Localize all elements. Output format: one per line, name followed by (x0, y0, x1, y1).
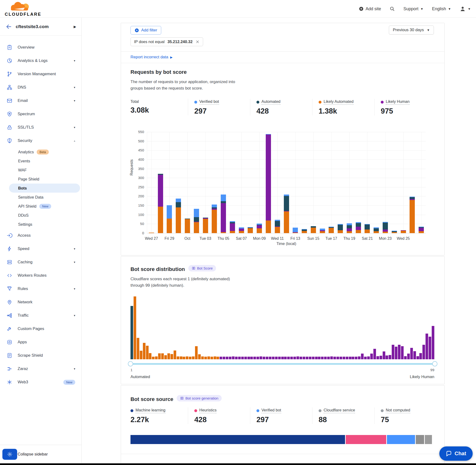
account-menu[interactable]: ▼ (460, 6, 471, 12)
sidebar-item-security[interactable]: Security▴ (0, 134, 81, 147)
sidebar-item-web3[interactable]: Web3New (0, 375, 81, 389)
sidebar-item-label: WAF (18, 168, 27, 172)
segment-likely-automated (149, 232, 154, 233)
histogram-bar-score-98 (429, 337, 431, 359)
filter-chip[interactable]: IP does not equal 35.212.240.32 (130, 37, 203, 46)
histogram-bar-score-51 (284, 357, 287, 359)
bot-score-histogram (130, 296, 435, 359)
stat-label-text[interactable]: Verified bot (262, 408, 281, 413)
report-incorrect-data-link[interactable]: Report incorrect data ▶ (130, 55, 173, 60)
segment-likely-automated (311, 228, 316, 233)
settings-gear-button[interactable] (2, 449, 17, 460)
sidebar-item-email[interactable]: Email▾ (0, 94, 81, 107)
histogram-bar-score-89 (401, 346, 404, 359)
chat-button[interactable]: Chat (439, 446, 473, 461)
sidebar-item-ssl-tls[interactable]: SSL/TLS▾ (0, 121, 81, 134)
stat-label-text[interactable]: Heuristics (199, 408, 216, 413)
filter-chip-value: 35.212.240.32 (167, 40, 193, 44)
sidebar-item-waf[interactable]: WAF (0, 166, 81, 175)
sidebar-item-traffic[interactable]: Traffic▾ (0, 309, 81, 322)
sidebar-item-custom-pages[interactable]: Custom Pages (0, 322, 81, 336)
stat-label-text[interactable]: Likely Automated (324, 99, 354, 105)
segment-likely-automated (275, 227, 280, 233)
sidebar-item-events[interactable]: Events (0, 157, 81, 166)
sidebar-item-spectrum[interactable]: Spectrum (0, 107, 81, 121)
y-tick-label: 450 (132, 148, 144, 152)
sidebar-item-dns[interactable]: DNS▾ (0, 81, 81, 94)
add-site-button[interactable]: Add site (359, 6, 381, 11)
sidebar-item-caching[interactable]: Caching▾ (0, 255, 81, 269)
sidebar-item-sensitive-data[interactable]: Sensitive Data (0, 193, 81, 202)
segment-likely-human (221, 203, 226, 232)
stat-label-text[interactable]: Automated (262, 99, 281, 105)
sidebar-item-version-management[interactable]: Version Management (0, 67, 81, 81)
sidebar-item-overview[interactable]: Overview (0, 41, 81, 54)
stat-label-text[interactable]: Machine learning (136, 408, 166, 413)
histogram-bar-score-81 (376, 356, 379, 359)
book-icon (180, 396, 184, 400)
bot-score-generation-badge[interactable]: Bot score generation (177, 395, 222, 402)
stat-total: Total3.08k (130, 99, 188, 116)
sidebar-item-label: Custom Pages (18, 327, 75, 331)
sidebar-item-analytics-logs[interactable]: Analytics & Logs▾ (0, 54, 81, 67)
histogram-bar-score-73 (352, 357, 354, 359)
stat-label-text[interactable]: Verified bot (199, 99, 219, 105)
stat-not-computed: Not computed75 (374, 407, 435, 424)
sidebar-item-speed[interactable]: Speed▾ (0, 242, 81, 255)
sidebar-item-analytics[interactable]: AnalyticsBeta (0, 147, 81, 157)
date-range-dropdown[interactable]: Previous 30 days ▼ (389, 25, 434, 34)
segment-automated (221, 201, 226, 203)
score-range-slider[interactable] (130, 361, 435, 366)
gridline-v (277, 132, 278, 233)
sidebar-item-page-shield[interactable]: Page Shield (0, 175, 81, 184)
stat-label-text[interactable]: Likely Human (386, 99, 410, 105)
sidebar-item-rules[interactable]: Rules▾ (0, 282, 81, 296)
x-axis-title: Time (local) (147, 242, 426, 246)
slider-handle-max[interactable] (432, 361, 437, 366)
requests-section-description: The number of requests to your applicati… (130, 79, 235, 91)
collapse-sidebar-button[interactable]: Collapse sidebar (18, 452, 48, 457)
chevron-right-icon[interactable]: ▶ (74, 25, 76, 29)
add-filter-button[interactable]: Add filter (130, 26, 161, 34)
x-tick-label: Tue 03 (196, 236, 215, 241)
legend-dot-icon (319, 101, 321, 104)
y-tick-label: 300 (132, 176, 144, 180)
sidebar-item-network[interactable]: Network (0, 296, 81, 309)
stat-label-text[interactable]: Not computed (386, 408, 410, 413)
sidebar-item-settings[interactable]: Settings (0, 220, 81, 229)
cloudflare-logo[interactable]: CLOUDFLARE (5, 0, 38, 17)
sidebar-item-label: Spectrum (18, 112, 75, 116)
chevron-down-icon: ▾ (74, 367, 75, 370)
language-menu[interactable]: English ▼ (432, 6, 451, 11)
support-menu[interactable]: Support ▼ (403, 6, 423, 11)
back-arrow-icon[interactable] (6, 24, 12, 30)
sidebar-item-zaraz[interactable]: Zaraz▾ (0, 362, 81, 375)
sidebar-item-workers-routes[interactable]: Workers Routes (0, 269, 81, 282)
sidebar-item-bots[interactable]: Bots (9, 184, 80, 193)
histogram-bar-score-96 (423, 345, 425, 359)
sidebar-item-api-shield[interactable]: API ShieldNew (0, 202, 81, 211)
sidebar-item-label: Settings (18, 222, 32, 227)
slider-track[interactable] (130, 363, 435, 365)
chart-bar-sun-08 (248, 227, 253, 233)
x-tick-label: Wed 27 (142, 236, 161, 241)
stat-label-text[interactable]: Cloudflare service (324, 408, 355, 413)
slider-handle-min[interactable] (128, 361, 133, 366)
stat-verified-bot: Verified bot297 (250, 407, 312, 424)
segment-likely-human (230, 223, 235, 231)
segment-automated (374, 228, 379, 231)
search-button[interactable] (390, 6, 395, 11)
histogram-bar-score-36 (238, 357, 241, 359)
sidebar-item-apps[interactable]: Apps (0, 336, 81, 349)
version-icon (7, 71, 12, 77)
sidebar-item-ddos[interactable]: DDoS (0, 211, 81, 220)
stat-likely-automated: Likely Automated1.38k (312, 99, 374, 116)
segment-likely-automated (356, 230, 361, 233)
sidebar-item-scrape-shield[interactable]: Scrape Shield (0, 349, 81, 362)
x-tick-label: Fri 13 (286, 236, 305, 241)
close-icon[interactable] (195, 40, 200, 44)
chart-bar-wed-18 (338, 224, 343, 233)
sidebar-item-access[interactable]: Access (0, 229, 81, 242)
bot-score-doc-badge[interactable]: Bot Score (188, 265, 216, 271)
source-segment-machine-learning (130, 435, 345, 444)
